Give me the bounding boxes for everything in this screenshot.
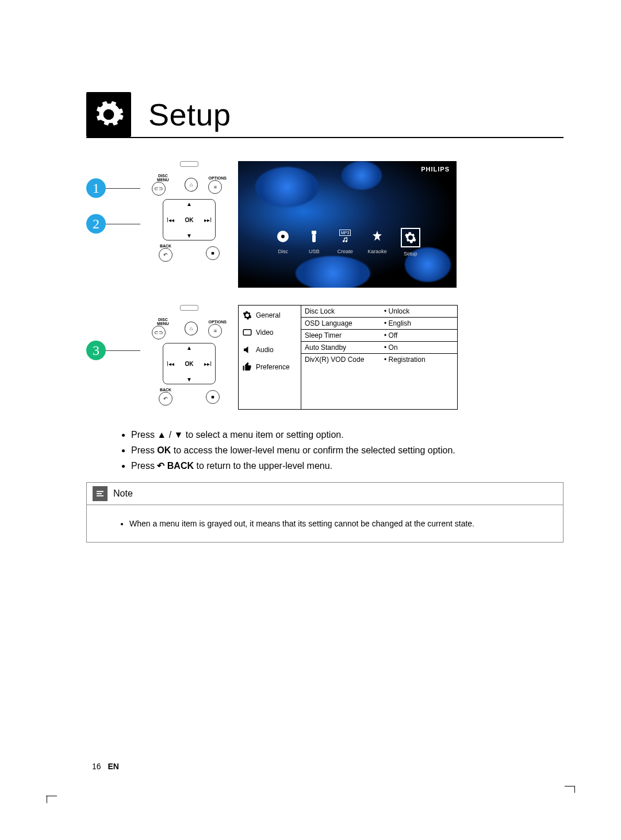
cat-video: Video — [241, 326, 298, 339]
setup-icon — [401, 228, 420, 247]
note-title: Note — [113, 488, 133, 499]
gear-icon — [86, 92, 131, 137]
usb-icon — [305, 228, 323, 245]
brand-label: PHILIPS — [421, 166, 450, 173]
disc-menu-button-icon: ⊂⊃ — [152, 182, 166, 196]
crop-mark-icon — [46, 796, 57, 796]
cat-general: General — [241, 309, 298, 322]
karaoke-icon — [369, 228, 386, 245]
instruction-1: Press ▲ / ▼ to select a menu item or set… — [131, 427, 564, 442]
menu-create: MP3 Create — [336, 228, 354, 257]
cat-preference: Preference — [241, 361, 298, 373]
speaker-icon — [242, 345, 252, 355]
opt-row: DivX(R) VOD CodeRegistration — [301, 354, 457, 365]
menu-setup-label: Setup — [404, 251, 417, 257]
instruction-3: Press ↶ BACK to return to the upper-leve… — [131, 458, 564, 474]
crop-mark-icon — [565, 789, 575, 800]
step-3-badge: 3 — [86, 341, 106, 360]
gear-icon — [242, 310, 252, 320]
opt-row: Sleep TimerOff — [301, 330, 457, 342]
tv-icon — [242, 327, 252, 338]
options-button-icon: ≡ — [208, 324, 222, 338]
tv-screen: PHILIPS Disc USB MP3 Create — [238, 161, 457, 288]
instructions-list: Press ▲ / ▼ to select a menu item or set… — [98, 427, 564, 474]
svg-rect-3 — [312, 234, 316, 242]
step-1-badge: 1 — [86, 178, 106, 198]
instruction-2: Press OK to access the lower-level menu … — [131, 442, 564, 458]
note-icon — [93, 486, 108, 501]
remote-diagram-2: DISC MENU ⊂⊃ ⌂ OPTIONS ≡ ▲ I◂◂ OK ▸▸I ▼ … — [152, 305, 227, 406]
thumb-icon — [242, 362, 252, 372]
menu-setup: Setup — [401, 228, 420, 257]
section-header: Setup — [86, 92, 564, 138]
svg-rect-4 — [243, 330, 251, 335]
options-label: OPTIONS — [208, 176, 227, 180]
page-footer: 16 EN — [92, 762, 119, 771]
back-button-icon: ↶ — [159, 392, 172, 406]
disc-menu-label: DISC MENU — [152, 174, 174, 182]
back-button-icon: ↶ — [159, 248, 172, 262]
menu-karaoke: Karaoke — [367, 228, 387, 257]
home-button-icon: ⌂ — [185, 322, 198, 335]
menu-karaoke-label: Karaoke — [367, 249, 387, 254]
page-title: Setup — [148, 97, 231, 132]
svg-rect-2 — [312, 231, 316, 234]
opt-row: Auto StandbyOn — [301, 342, 457, 354]
cat-audio: Audio — [241, 343, 298, 356]
dpad-icon: ▲ I◂◂ OK ▸▸I ▼ — [163, 343, 216, 384]
back-label: BACK — [159, 244, 172, 248]
opt-row: OSD LanguageEnglish — [301, 318, 457, 330]
note-box: Note When a menu item is grayed out, it … — [86, 482, 564, 543]
stop-button-icon: ■ — [206, 246, 220, 260]
lang-code: EN — [108, 762, 118, 771]
setup-panel: General Video Audio Preference Disc Lock… — [238, 305, 458, 410]
options-button-icon: ≡ — [208, 180, 222, 194]
page-number: 16 — [92, 762, 101, 771]
menu-disc-label: Disc — [278, 249, 288, 254]
opt-row: Disc LockUnlock — [301, 306, 457, 318]
menu-create-label: Create — [338, 249, 353, 254]
disc-icon — [274, 228, 292, 245]
dpad-icon: ▲ I◂◂ OK ▸▸I ▼ — [163, 199, 216, 240]
ok-label: OK — [185, 217, 194, 223]
step-2-badge: 2 — [86, 214, 106, 234]
home-button-icon: ⌂ — [185, 178, 198, 192]
create-icon: MP3 — [336, 228, 354, 245]
svg-point-1 — [281, 235, 285, 238]
disc-menu-button-icon: ⊂⊃ — [152, 326, 166, 339]
menu-usb-label: USB — [309, 249, 320, 254]
menu-usb: USB — [305, 228, 323, 257]
note-body-text: When a menu item is grayed out, it means… — [129, 519, 551, 528]
remote-diagram-1: DISC MENU ⊂⊃ ⌂ OPTIONS ≡ ▲ I◂◂ OK ▸▸I ▼ … — [152, 161, 227, 262]
stop-button-icon: ■ — [206, 390, 220, 404]
menu-disc: Disc — [274, 228, 292, 257]
